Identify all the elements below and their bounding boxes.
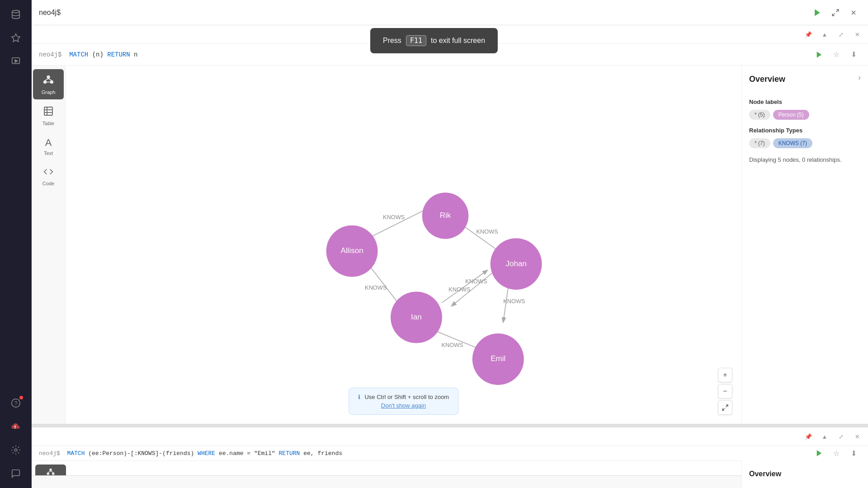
node-johan[interactable] bbox=[491, 238, 542, 290]
badge-all-nodes[interactable]: * (5) bbox=[749, 110, 770, 120]
query-panel-1: 📌 ▲ ⤢ ✕ neo4j$ MATCH (n) RETURN n bbox=[32, 25, 868, 426]
favorite-button-1[interactable]: ☆ bbox=[829, 47, 844, 62]
zoom-controls: + − bbox=[718, 368, 732, 415]
svg-marker-9 bbox=[815, 9, 820, 16]
overview-expand-btn[interactable]: › bbox=[858, 73, 861, 82]
top-bar-actions bbox=[810, 5, 861, 20]
node-labels-title: Node labels bbox=[749, 99, 861, 105]
main-content: neo4j$ Press F11 to exit full screen bbox=[32, 0, 868, 488]
svg-point-49 bbox=[52, 472, 55, 475]
svg-line-11 bbox=[832, 13, 835, 15]
node-ian[interactable] bbox=[391, 291, 442, 343]
svg-line-50 bbox=[48, 471, 51, 473]
svg-point-7 bbox=[14, 428, 15, 429]
panels-container: 📌 ▲ ⤢ ✕ neo4j$ MATCH (n) RETURN n bbox=[32, 25, 868, 488]
rel-type-badges: * (7) KNOWS (7) bbox=[749, 138, 861, 148]
node-label-badges: * (5) Person (5) bbox=[749, 110, 861, 120]
tab-code[interactable]: Code bbox=[33, 162, 64, 191]
query-header-2: neo4j$ MATCH (ee:Person)-[:KNOWS]-(frien… bbox=[32, 446, 868, 461]
scroll-hint: ℹ Use Ctrl or Shift + scroll to zoom Don… bbox=[349, 388, 458, 415]
run-query-button-1[interactable] bbox=[812, 47, 826, 62]
notice-key: F11 bbox=[406, 35, 426, 46]
collapse-button-2[interactable]: ▲ bbox=[817, 429, 832, 444]
expand-button-2[interactable]: ⤢ bbox=[834, 429, 848, 444]
badge-knows[interactable]: KNOWS (7) bbox=[773, 138, 812, 148]
badge-person[interactable]: Person (5) bbox=[773, 110, 809, 120]
run-button[interactable] bbox=[810, 5, 825, 20]
svg-text:KNOWS: KNOWS bbox=[476, 228, 498, 235]
svg-point-0 bbox=[12, 10, 19, 13]
tab-text-label: Text bbox=[44, 150, 53, 156]
sidebar-icon-database[interactable] bbox=[6, 5, 26, 24]
svg-text:KNOWS: KNOWS bbox=[442, 342, 463, 348]
svg-point-48 bbox=[47, 472, 49, 475]
close-button-1[interactable]: ✕ bbox=[850, 27, 864, 42]
svg-marker-14 bbox=[817, 52, 822, 58]
svg-text:KNOWS: KNOWS bbox=[448, 286, 470, 293]
favorite-button-2[interactable]: ☆ bbox=[829, 446, 844, 460]
svg-line-44 bbox=[726, 405, 728, 407]
node-rik[interactable] bbox=[422, 192, 469, 239]
tab-graph-label: Graph bbox=[42, 89, 56, 95]
svg-line-18 bbox=[45, 79, 48, 80]
node-emil[interactable] bbox=[472, 333, 524, 385]
sidebar-icon-user[interactable] bbox=[6, 464, 26, 483]
tab-code-label: Code bbox=[42, 181, 54, 186]
svg-line-19 bbox=[48, 79, 52, 80]
sidebar-icon-play[interactable] bbox=[6, 52, 26, 71]
close-button-2[interactable]: ✕ bbox=[850, 429, 864, 444]
left-sidebar: ? bbox=[0, 0, 32, 488]
run-query-button-2[interactable] bbox=[812, 446, 826, 460]
fit-button[interactable] bbox=[718, 400, 732, 415]
svg-point-47 bbox=[49, 469, 52, 471]
query-panel-2: 📌 ▲ ⤢ ✕ neo4j$ MATCH (ee:Person)-[:KNOWS… bbox=[32, 426, 868, 475]
notification-dot bbox=[19, 396, 23, 399]
rel-types-title: Relationship Types bbox=[749, 127, 861, 134]
sidebar-icon-help[interactable]: ? bbox=[6, 393, 26, 413]
svg-line-45 bbox=[722, 408, 725, 410]
notice-prefix: Press bbox=[383, 37, 401, 45]
expand-button-1[interactable]: ⤢ bbox=[834, 27, 848, 42]
top-bar: neo4j$ bbox=[32, 0, 868, 25]
tab-table-label: Table bbox=[42, 121, 54, 126]
panel-header-controls-2: 📌 ▲ ⤢ ✕ bbox=[32, 427, 868, 446]
fullscreen-button[interactable] bbox=[828, 5, 843, 20]
collapse-button-1[interactable]: ▲ bbox=[817, 27, 832, 42]
svg-marker-1 bbox=[11, 34, 19, 42]
view-tabs-1: Graph Table bbox=[32, 66, 66, 424]
close-top-button[interactable] bbox=[846, 5, 861, 20]
tab-table[interactable]: Table bbox=[33, 101, 64, 131]
overview-panel-2-partial: Overview bbox=[741, 460, 868, 488]
svg-line-51 bbox=[51, 471, 53, 473]
sidebar-icon-favorites[interactable] bbox=[6, 28, 26, 48]
badge-all-rels[interactable]: * (7) bbox=[749, 138, 770, 148]
notice-suffix: to exit full screen bbox=[431, 37, 485, 45]
tab-graph[interactable]: Graph bbox=[33, 69, 64, 99]
dont-show-link[interactable]: Don't show again bbox=[358, 402, 449, 409]
fullscreen-notice: Press F11 to exit full screen bbox=[370, 28, 498, 53]
tab-text[interactable]: A Text bbox=[33, 132, 64, 160]
code-icon bbox=[43, 167, 53, 179]
graph-area[interactable]: KNOWS KNOWS KNOWS KNOWS KNOWS bbox=[66, 66, 741, 424]
zoom-in-button[interactable]: + bbox=[718, 368, 732, 382]
graph-icon bbox=[42, 74, 54, 88]
zoom-out-button[interactable]: − bbox=[718, 384, 732, 399]
svg-point-15 bbox=[47, 75, 50, 79]
node-allison[interactable] bbox=[326, 225, 378, 277]
svg-text:KNOWS: KNOWS bbox=[365, 284, 387, 291]
query-text-2: neo4j$ MATCH (ee:Person)-[:KNOWS]-(frien… bbox=[39, 450, 812, 457]
svg-marker-3 bbox=[15, 60, 18, 62]
svg-marker-46 bbox=[817, 450, 822, 456]
table-icon bbox=[43, 106, 54, 119]
scroll-hint-text: Use Ctrl or Shift + scroll to zoom bbox=[364, 394, 449, 400]
pin-button-2[interactable]: 📌 bbox=[801, 429, 816, 444]
pin-button-1[interactable]: 📌 bbox=[801, 27, 816, 42]
svg-rect-21 bbox=[44, 107, 52, 115]
top-bar-title: neo4j$ bbox=[39, 9, 810, 17]
query-body-1: Graph Table bbox=[32, 66, 868, 424]
sidebar-icon-settings[interactable] bbox=[6, 440, 26, 460]
sidebar-icon-cloud-error[interactable] bbox=[6, 417, 26, 436]
download-button-1[interactable]: ⬇ bbox=[846, 47, 861, 62]
download-button-2[interactable]: ⬇ bbox=[846, 446, 861, 460]
text-icon: A bbox=[45, 137, 52, 149]
